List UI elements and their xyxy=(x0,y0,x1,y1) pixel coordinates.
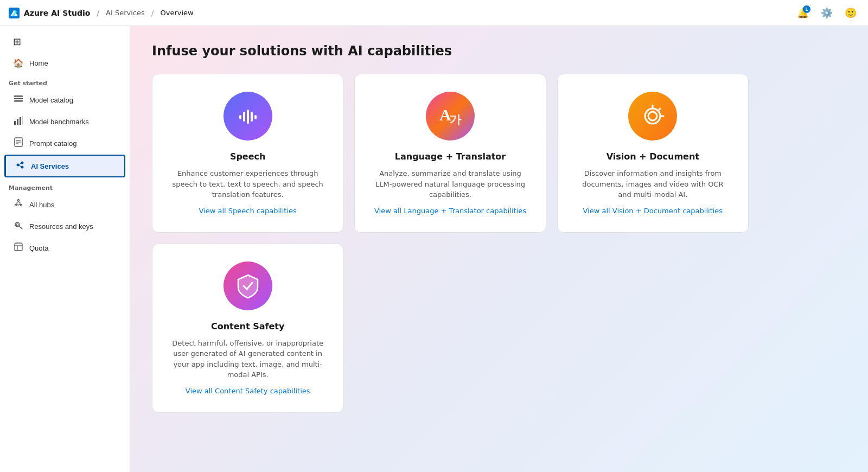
shield-check-icon xyxy=(234,272,262,300)
svg-rect-36 xyxy=(247,110,249,124)
sidebar-item-quota[interactable]: Quota xyxy=(4,238,125,258)
svg-rect-38 xyxy=(254,115,257,119)
main-layout: ⊞ 🏠 Home Get started Model catalog Model… xyxy=(0,26,868,472)
vision-card-desc: Discover information and insights from d… xyxy=(577,168,729,200)
language-card-link[interactable]: View all Language + Translator capabilit… xyxy=(374,207,526,215)
sidebar-model-benchmarks-label: Model benchmarks xyxy=(29,118,89,126)
svg-rect-9 xyxy=(20,117,21,125)
language-icon-circle: A 가 xyxy=(426,92,475,141)
svg-text:가: 가 xyxy=(449,113,462,126)
settings-button[interactable]: ⚙️ xyxy=(818,4,835,22)
notification-button[interactable]: 🔔 1 xyxy=(794,4,812,22)
language-card-desc: Analyze, summarize and translate using L… xyxy=(374,168,526,200)
breadcrumb-sep-1: / xyxy=(97,9,99,17)
content-safety-card-title: Content Safety xyxy=(211,321,284,331)
svg-rect-34 xyxy=(239,115,241,119)
svg-point-16 xyxy=(21,162,24,164)
model-benchmarks-icon xyxy=(13,116,24,127)
sidebar-item-all-hubs[interactable]: All hubs xyxy=(4,194,125,215)
safety-icon-circle xyxy=(224,261,272,310)
sidebar-item-prompt-catalog[interactable]: Prompt catalog xyxy=(4,133,125,154)
svg-point-21 xyxy=(18,200,20,201)
all-hubs-icon xyxy=(13,199,24,211)
main-content: Infuse your solutions with AI capabiliti… xyxy=(130,26,868,472)
breadcrumb-overview[interactable]: Overview xyxy=(160,9,193,17)
svg-line-19 xyxy=(19,165,21,167)
svg-line-44 xyxy=(658,109,660,111)
svg-rect-10 xyxy=(22,116,23,125)
svg-point-28 xyxy=(16,224,18,226)
resources-keys-icon xyxy=(13,220,24,232)
sidebar-model-catalog-label: Model catalog xyxy=(29,96,73,104)
svg-line-18 xyxy=(19,163,21,164)
vision-icon xyxy=(639,102,667,130)
svg-rect-5 xyxy=(14,100,23,102)
speech-card-link[interactable]: View all Speech capabilities xyxy=(199,207,297,215)
speech-card: Speech Enhance customer experiences thro… xyxy=(152,74,343,233)
ai-services-icon xyxy=(15,160,25,172)
svg-point-15 xyxy=(17,164,20,167)
breadcrumb-sep-2: / xyxy=(151,9,154,17)
sidebar-item-model-benchmarks[interactable]: Model benchmarks xyxy=(4,111,125,132)
content-safety-card-link[interactable]: View all Content Safety capabilities xyxy=(186,387,310,395)
language-translator-card: A 가 Language + Translator Analyze, summa… xyxy=(354,74,546,233)
svg-line-25 xyxy=(20,205,21,205)
svg-rect-37 xyxy=(251,112,253,122)
content-safety-card: Content Safety Detect harmful, offensive… xyxy=(152,244,343,413)
svg-point-6 xyxy=(14,95,15,97)
sidebar-item-home[interactable]: 🏠 Home xyxy=(4,54,125,73)
sidebar-section-get-started: Get started xyxy=(0,73,130,89)
sidebar-home-label: Home xyxy=(29,59,48,67)
quota-icon xyxy=(13,242,24,254)
svg-rect-35 xyxy=(243,112,245,122)
sidebar-all-hubs-label: All hubs xyxy=(29,201,54,209)
vision-card-link[interactable]: View all Vision + Document capabilities xyxy=(583,207,723,215)
topbar: Azure AI Studio / AI Services / Overview… xyxy=(0,0,868,26)
language-ai-icon: A 가 xyxy=(435,101,465,131)
svg-point-20 xyxy=(17,202,20,205)
svg-rect-3 xyxy=(14,95,23,97)
notification-badge: 1 xyxy=(803,5,810,13)
vision-card-title: Vision + Document xyxy=(607,151,699,162)
vision-icon-circle xyxy=(628,92,677,141)
app-title: Azure AI Studio xyxy=(24,9,90,17)
model-catalog-icon xyxy=(13,94,24,106)
breadcrumb-ai-services[interactable]: AI Services xyxy=(106,9,145,17)
speech-card-desc: Enhance customer experiences through spe… xyxy=(172,168,324,200)
content-safety-card-desc: Detect harmful, offensive, or inappropri… xyxy=(172,338,324,380)
account-icon: 🙂 xyxy=(845,7,857,19)
sidebar-item-model-catalog[interactable]: Model catalog xyxy=(4,90,125,110)
cards-row-1: Speech Enhance customer experiences thro… xyxy=(152,74,749,233)
topbar-right-actions: 🔔 1 ⚙️ 🙂 xyxy=(794,4,859,22)
svg-line-26 xyxy=(17,205,17,205)
grid-icon: ⊞ xyxy=(13,36,21,48)
home-icon: 🏠 xyxy=(13,58,24,68)
azure-logo-icon xyxy=(9,8,20,18)
sidebar-resources-keys-label: Resources and keys xyxy=(29,222,93,231)
speech-card-title: Speech xyxy=(230,151,266,162)
app-logo: Azure AI Studio xyxy=(9,8,90,18)
language-card-title: Language + Translator xyxy=(395,151,506,162)
page-title: Infuse your solutions with AI capabiliti… xyxy=(152,43,846,59)
prompt-catalog-icon xyxy=(13,137,24,149)
svg-rect-8 xyxy=(17,119,18,125)
sidebar-section-management: Management xyxy=(0,178,130,194)
sidebar-quota-label: Quota xyxy=(29,244,48,252)
account-button[interactable]: 🙂 xyxy=(842,4,859,22)
svg-rect-4 xyxy=(14,98,23,100)
sidebar-toggle-button[interactable]: ⊞ xyxy=(4,31,125,52)
cards-row-2: Content Safety Detect harmful, offensive… xyxy=(152,244,749,413)
speech-waveform-icon xyxy=(235,103,261,129)
vision-document-card: Vision + Document Discover information a… xyxy=(557,74,749,233)
svg-point-23 xyxy=(15,205,17,206)
sidebar: ⊞ 🏠 Home Get started Model catalog Model… xyxy=(0,26,130,472)
sidebar-ai-services-label: AI Services xyxy=(31,162,69,170)
svg-point-22 xyxy=(21,205,22,206)
speech-icon-circle xyxy=(224,92,272,141)
sidebar-item-ai-services[interactable]: AI Services xyxy=(4,155,125,177)
svg-point-17 xyxy=(21,166,24,169)
svg-line-30 xyxy=(21,227,21,228)
settings-icon: ⚙️ xyxy=(821,7,833,19)
sidebar-item-resources-and-keys[interactable]: Resources and keys xyxy=(4,216,125,237)
svg-rect-7 xyxy=(14,121,16,125)
